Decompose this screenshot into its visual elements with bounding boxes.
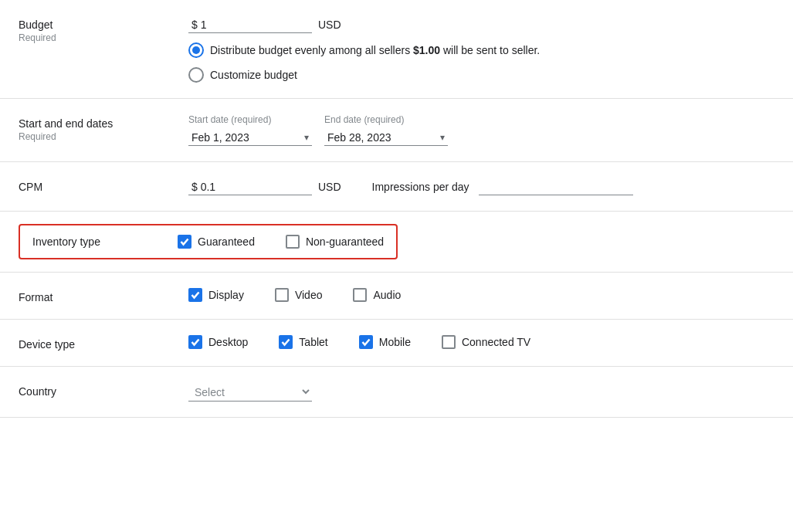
- device-type-section: Device type Desktop Tablet: [0, 320, 793, 367]
- device-mobile-label: Mobile: [379, 336, 411, 348]
- budget-amount-input[interactable]: [188, 15, 312, 33]
- inventory-options: Guaranteed Non-guaranteed: [178, 235, 384, 249]
- device-tablet-checkbox[interactable]: [279, 335, 293, 349]
- desktop-check-icon: [191, 337, 200, 347]
- format-display-option[interactable]: Display: [188, 288, 244, 302]
- device-desktop-option[interactable]: Desktop: [188, 335, 248, 349]
- device-mobile-checkbox[interactable]: [359, 335, 373, 349]
- cpm-currency: USD: [318, 181, 341, 193]
- distribute-budget-option[interactable]: Distribute budget evenly among all selle…: [188, 42, 774, 58]
- budget-content: USD Distribute budget evenly among all s…: [188, 15, 774, 83]
- device-mobile-option[interactable]: Mobile: [359, 335, 411, 349]
- country-select[interactable]: Select: [188, 382, 312, 402]
- device-type-label-group: Device type: [19, 335, 188, 351]
- tablet-check-icon: [281, 337, 290, 347]
- cpm-amount-input[interactable]: [188, 178, 312, 195]
- non-guaranteed-checkbox[interactable]: [286, 235, 300, 249]
- device-ctv-checkbox[interactable]: [442, 335, 456, 349]
- budget-required: Required: [19, 32, 188, 43]
- customize-label: Customize budget: [210, 69, 297, 81]
- device-ctv-option[interactable]: Connected TV: [442, 335, 530, 349]
- cpm-section: CPM USD Impressions per day: [0, 162, 793, 212]
- non-guaranteed-label: Non-guaranteed: [306, 236, 384, 248]
- start-date-label: Start date (required): [188, 114, 312, 125]
- cpm-title: CPM: [19, 181, 188, 193]
- non-guaranteed-option[interactable]: Non-guaranteed: [286, 235, 384, 249]
- budget-section: Budget Required USD Distribute budget ev…: [0, 0, 793, 99]
- inventory-label-wrap: Inventory type: [32, 236, 178, 248]
- impressions-label: Impressions per day: [372, 181, 469, 193]
- format-label-group: Format: [19, 288, 188, 303]
- country-label-group: Country: [19, 382, 188, 398]
- dates-label-group: Start and end dates Required: [19, 114, 188, 142]
- format-video-checkbox[interactable]: [275, 288, 289, 302]
- device-desktop-label: Desktop: [208, 336, 248, 348]
- budget-title: Budget: [19, 19, 188, 31]
- format-title: Format: [19, 291, 188, 303]
- country-content: Select: [188, 382, 774, 402]
- guaranteed-check-icon: [180, 237, 189, 246]
- country-title: Country: [19, 385, 188, 398]
- format-content: Display Video Audio: [188, 288, 774, 302]
- budget-currency: USD: [318, 19, 341, 31]
- device-ctv-label: Connected TV: [462, 336, 530, 348]
- dates-row: Start date (required) Feb 1, 2023 ▾ End …: [188, 114, 774, 146]
- format-options: Display Video Audio: [188, 288, 774, 302]
- guaranteed-option[interactable]: Guaranteed: [178, 235, 255, 249]
- dates-content: Start date (required) Feb 1, 2023 ▾ End …: [188, 114, 774, 146]
- guaranteed-checkbox[interactable]: [178, 235, 191, 249]
- display-check-icon: [191, 290, 200, 300]
- device-tablet-label: Tablet: [299, 336, 327, 348]
- format-section: Format Display Video Audio: [0, 273, 793, 320]
- inventory-highlight-box: Inventory type Guaranteed Non-guaranteed: [19, 224, 398, 259]
- distribute-radio[interactable]: [188, 42, 204, 58]
- customize-radio[interactable]: [188, 67, 204, 83]
- end-date-wrapper: Feb 28, 2023 ▾: [324, 128, 448, 146]
- budget-label-group: Budget Required: [19, 15, 188, 43]
- format-audio-label: Audio: [373, 289, 401, 301]
- end-date-select[interactable]: Feb 28, 2023: [324, 128, 448, 146]
- mobile-check-icon: [361, 337, 371, 347]
- start-date-wrapper: Feb 1, 2023 ▾: [188, 128, 312, 146]
- device-type-title: Device type: [19, 338, 188, 351]
- device-type-options: Desktop Tablet Mobile: [188, 335, 774, 349]
- inventory-label: Inventory type: [32, 236, 100, 248]
- distribute-text: Distribute budget evenly among all selle…: [210, 44, 540, 56]
- start-date-field: Start date (required) Feb 1, 2023 ▾: [188, 114, 312, 146]
- format-display-label: Display: [208, 289, 244, 301]
- customize-budget-option[interactable]: Customize budget: [188, 67, 774, 83]
- cpm-row: USD Impressions per day: [188, 178, 774, 195]
- format-audio-checkbox[interactable]: [353, 288, 367, 302]
- device-type-content: Desktop Tablet Mobile: [188, 335, 774, 349]
- inventory-section: Inventory type Guaranteed Non-guaranteed: [0, 212, 793, 273]
- dates-section: Start and end dates Required Start date …: [0, 99, 793, 162]
- cpm-content: USD Impressions per day: [188, 178, 774, 195]
- format-video-label: Video: [295, 289, 323, 301]
- format-video-option[interactable]: Video: [275, 288, 323, 302]
- start-date-select[interactable]: Feb 1, 2023: [188, 128, 312, 146]
- format-display-checkbox[interactable]: [188, 288, 202, 302]
- device-tablet-option[interactable]: Tablet: [279, 335, 327, 349]
- dates-required: Required: [19, 131, 188, 142]
- impressions-input[interactable]: [479, 178, 633, 195]
- device-desktop-checkbox[interactable]: [188, 335, 202, 349]
- cpm-label-group: CPM: [19, 178, 188, 193]
- end-date-label: End date (required): [324, 114, 448, 125]
- country-section: Country Select: [0, 367, 793, 418]
- end-date-field: End date (required) Feb 28, 2023 ▾: [324, 114, 448, 146]
- budget-input-row: USD: [188, 15, 774, 33]
- cpm-input-group: USD: [188, 178, 341, 195]
- impressions-group: Impressions per day: [372, 178, 633, 195]
- format-audio-option[interactable]: Audio: [353, 288, 401, 302]
- country-wrapper: Select: [188, 382, 774, 402]
- dates-title: Start and end dates: [19, 117, 188, 130]
- guaranteed-label: Guaranteed: [198, 236, 255, 248]
